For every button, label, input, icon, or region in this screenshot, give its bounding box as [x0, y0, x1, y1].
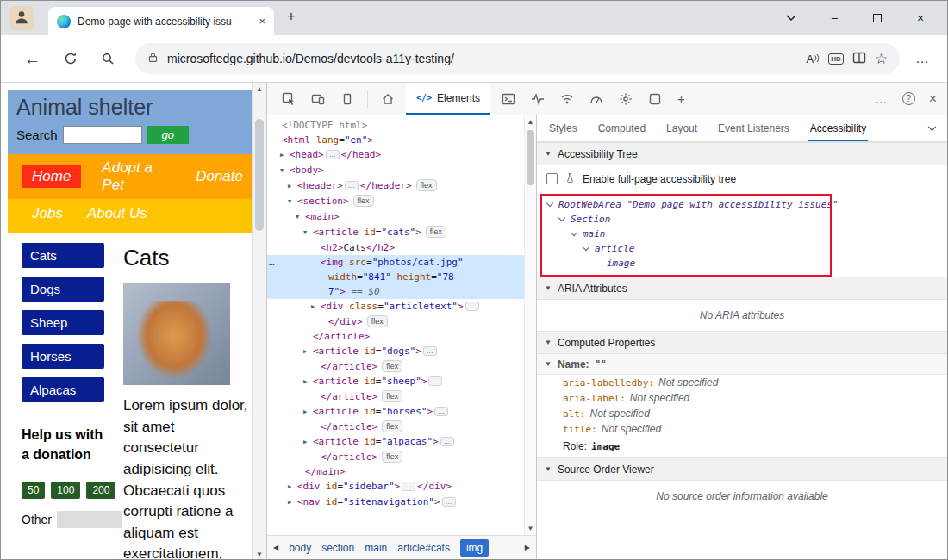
scroll-up-icon[interactable]: ▲	[253, 85, 266, 93]
scrollbar-thumb[interactable]	[255, 119, 264, 231]
collapsed-content-icon[interactable]: …	[465, 302, 479, 311]
collapsed-content-icon[interactable]: …	[442, 497, 456, 507]
nav-link-donate[interactable]: Donate	[196, 168, 243, 185]
dom-tree-row[interactable]: ▶<article id="horses">…	[267, 404, 524, 420]
tree-chevron-icon[interactable]	[583, 243, 589, 250]
flex-badge[interactable]: flex	[353, 195, 374, 207]
network-icon[interactable]	[560, 92, 574, 106]
dom-tree-row[interactable]: <h2>Cats</h2>	[267, 240, 524, 255]
inspect-icon[interactable]	[282, 92, 296, 106]
panel-tab-event-listeners[interactable]: Event Listeners	[716, 115, 791, 141]
dom-scrollbar[interactable]: ▲ ▼	[524, 115, 536, 535]
dom-tree-row[interactable]: ▼<main>	[267, 209, 524, 225]
settings-gear-icon[interactable]	[619, 92, 633, 106]
computed-name-row[interactable]: ▼ Name: ""	[537, 354, 947, 375]
breadcrumb-body[interactable]: body	[289, 542, 311, 554]
dom-tree-row[interactable]: ▶<article id="dogs">…	[267, 344, 524, 359]
tab-elements[interactable]: </> Elements	[406, 83, 490, 115]
breadcrumb-main[interactable]: main	[365, 542, 387, 554]
flex-badge[interactable]: flex	[426, 226, 446, 238]
collapsed-arrow-icon[interactable]: ▶	[280, 148, 290, 163]
split-screen-icon[interactable]	[852, 51, 866, 67]
page-scrollbar[interactable]: ▲ ▼	[252, 83, 266, 560]
minimize-button[interactable]: −	[813, 11, 856, 25]
new-tab-button[interactable]: +	[287, 8, 296, 25]
collapsed-arrow-icon[interactable]: ▶	[303, 375, 313, 389]
search-icon[interactable]	[101, 52, 115, 65]
dom-tree-row[interactable]: ▶<header>…</header>flex	[267, 178, 524, 194]
collapsed-content-icon[interactable]: …	[345, 181, 359, 190]
node-menu-icon[interactable]: …	[269, 255, 276, 270]
dock-side-icon[interactable]	[340, 92, 354, 106]
enable-tree-checkbox[interactable]	[546, 173, 558, 184]
add-panel-icon[interactable]: +	[677, 91, 685, 106]
breadcrumb-section[interactable]: section	[321, 542, 354, 554]
dom-tree-row[interactable]: width="841" height="78	[267, 270, 524, 284]
flex-badge[interactable]: flex	[382, 360, 402, 372]
dom-tree-row[interactable]: …<img src="photos/cat.jpg"	[267, 255, 524, 270]
nav-link-jobs[interactable]: Jobs	[32, 205, 63, 222]
accessibility-tree-node[interactable]: main	[547, 227, 947, 241]
section-aria-attributes[interactable]: ▼ ARIA Attributes	[537, 277, 947, 300]
section-accessibility-tree[interactable]: ▼ Accessibility Tree	[537, 142, 947, 165]
collapsed-arrow-icon[interactable]: ▶	[288, 480, 297, 495]
expanded-arrow-icon[interactable]: ▼	[303, 226, 313, 240]
flex-badge[interactable]: flex	[382, 420, 402, 432]
sidebar-button-sheep[interactable]: Sheep	[22, 310, 104, 335]
expanded-arrow-icon[interactable]: ▼	[288, 195, 297, 209]
nav-link-about-us[interactable]: About Us	[87, 205, 147, 222]
dom-tree-row[interactable]: </article>flex	[267, 420, 524, 434]
expanded-arrow-icon[interactable]: ▼	[296, 210, 305, 225]
maximize-button[interactable]	[856, 14, 899, 22]
donation-amount-button[interactable]: 100	[51, 482, 80, 499]
read-aloud-icon[interactable]: A	[807, 53, 820, 65]
devtools-help-icon[interactable]: ?	[902, 92, 915, 105]
flex-badge[interactable]: flex	[382, 451, 402, 463]
favorites-star-icon[interactable]: ☆	[875, 50, 888, 68]
flex-badge[interactable]: flex	[416, 179, 437, 191]
dom-tree-row[interactable]: <!DOCTYPE html>	[267, 118, 524, 133]
flex-badge[interactable]: flex	[382, 390, 402, 402]
device-emulation-icon[interactable]	[311, 92, 325, 106]
panel-tab-accessibility[interactable]: Accessibility	[808, 115, 868, 141]
dom-tree-row[interactable]: ▶<head>…</head>	[267, 147, 524, 163]
go-button[interactable]: go	[147, 126, 189, 144]
issues-icon[interactable]	[531, 92, 545, 106]
collapsed-content-icon[interactable]: …	[326, 150, 340, 159]
console-icon[interactable]	[502, 92, 515, 106]
dom-tree-row[interactable]: ▼<section>flex	[267, 194, 524, 209]
tree-chevron-icon[interactable]	[558, 214, 565, 221]
dom-tree-row[interactable]: </article>flex	[267, 359, 524, 374]
browser-tab[interactable]: Demo page with accessibility issu ×	[48, 7, 274, 35]
dom-tree-row[interactable]: ▶<div class="articletext">…	[267, 299, 524, 314]
window-close-button[interactable]: ×	[899, 11, 942, 25]
collapsed-content-icon[interactable]: …	[423, 346, 437, 356]
dom-tree-row[interactable]: </article>flex	[267, 389, 524, 404]
accessibility-tree-node[interactable]: article	[547, 241, 947, 256]
accessibility-tree-node[interactable]: RootWebArea "Demo page with accessibilit…	[547, 197, 947, 212]
nav-link-adopt-a-pet[interactable]: Adopt a Pet	[102, 159, 175, 194]
breadcrumb-article-cats[interactable]: article#cats	[397, 542, 450, 554]
sidebar-button-horses[interactable]: Horses	[22, 344, 104, 369]
panel-tab-layout[interactable]: Layout	[664, 115, 699, 141]
dom-tree-row[interactable]: ▼<body>	[267, 163, 524, 178]
expanded-arrow-icon[interactable]: ▼	[280, 164, 290, 178]
dom-tree-row[interactable]: ▶<article id="sheep">…	[267, 374, 524, 389]
collapsed-content-icon[interactable]: …	[402, 482, 415, 491]
collapsed-arrow-icon[interactable]: ▶	[303, 405, 313, 420]
donation-amount-button[interactable]: 50	[22, 482, 45, 499]
tab-close-icon[interactable]: ×	[259, 15, 265, 28]
collapsed-content-icon[interactable]: …	[440, 437, 454, 446]
scrollbar-thumb[interactable]	[527, 130, 534, 185]
collapsed-arrow-icon[interactable]: ▶	[288, 495, 297, 510]
tab-actions-chevron-icon[interactable]	[770, 15, 813, 22]
sidebar-button-dogs[interactable]: Dogs	[22, 277, 104, 302]
tree-chevron-icon[interactable]	[546, 199, 553, 206]
site-info-icon[interactable]	[147, 52, 159, 65]
dom-tree-row[interactable]: ▼<article id="cats">flex	[267, 225, 524, 240]
dom-tree-row[interactable]: </div>flex	[267, 314, 524, 329]
dom-tree-row[interactable]: </article>	[267, 329, 524, 344]
dom-tree-row[interactable]: ▶<div id="sidebar">…</div>	[267, 479, 524, 495]
breadcrumb-img[interactable]: img	[460, 539, 489, 557]
dom-tree-row[interactable]: ▶<nav id="sitenavigation">…	[267, 495, 524, 510]
